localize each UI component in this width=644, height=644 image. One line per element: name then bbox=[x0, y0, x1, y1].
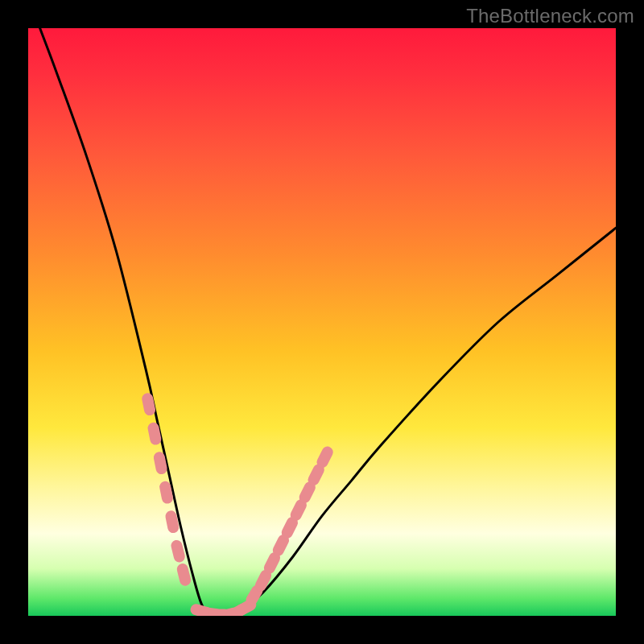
curve-svg bbox=[28, 28, 616, 616]
chart-frame: TheBottleneck.com bbox=[0, 0, 644, 644]
bottleneck-curve-path bbox=[40, 28, 616, 616]
watermark-text: TheBottleneck.com bbox=[466, 5, 634, 27]
curve-markers bbox=[141, 392, 335, 616]
curve-marker bbox=[141, 392, 156, 416]
curve-marker bbox=[147, 422, 162, 446]
plot-area bbox=[28, 28, 616, 616]
